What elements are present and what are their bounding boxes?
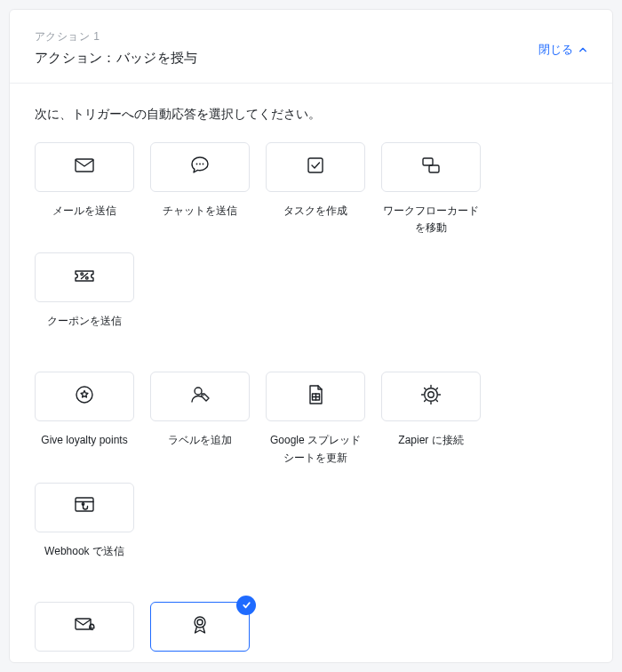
svg-point-10 xyxy=(76,387,92,403)
panel-header-left: アクション 1 アクション：バッジを授与 xyxy=(35,29,198,67)
action-card-box-loyalty-points[interactable] xyxy=(35,372,134,421)
svg-point-12 xyxy=(203,395,204,396)
action-card-label: Webhook で送信 xyxy=(44,543,124,561)
envelope-bell-icon xyxy=(73,613,96,640)
action-card-label: Zapier に接続 xyxy=(398,432,463,450)
action-card-create-task: タスクを作成 xyxy=(266,142,365,236)
svg-point-7 xyxy=(81,273,84,276)
action-card-label: クーポンを送信 xyxy=(47,313,122,331)
action-card-box-send-chat[interactable] xyxy=(150,142,250,192)
svg-point-16 xyxy=(428,392,434,397)
svg-rect-21 xyxy=(76,619,91,629)
star-circle-icon xyxy=(73,383,96,410)
svg-rect-5 xyxy=(423,158,433,165)
action-card-label: チャットを送信 xyxy=(163,203,237,220)
panel-title: アクション：バッジを授与 xyxy=(35,50,198,67)
workflow-cards-icon xyxy=(419,154,443,180)
svg-rect-0 xyxy=(76,159,93,172)
badge-ribbon-icon xyxy=(188,613,211,640)
action-card-box-create-task[interactable] xyxy=(266,142,365,192)
svg-line-9 xyxy=(82,274,88,279)
action-card-give-badge: バッジを授与 xyxy=(150,602,250,663)
action-card-receive-email: メールを受信 xyxy=(35,602,134,663)
close-button[interactable]: 閉じる xyxy=(538,29,587,58)
prompt-text: 次に、トリガーへの自動応答を選択してください。 xyxy=(35,107,587,123)
action-card-update-sheet: Google スプレッドシートを更新 xyxy=(266,372,365,466)
checkbox-icon xyxy=(304,154,327,180)
coupon-icon xyxy=(73,264,96,291)
step-label: アクション 1 xyxy=(35,29,198,44)
action-card-add-label: ラベルを追加 xyxy=(150,372,250,466)
svg-point-24 xyxy=(197,620,203,625)
action-card-label: ワークフローカードを移動 xyxy=(381,203,481,236)
action-card-label: Give loyalty points xyxy=(41,432,127,450)
panel-header: アクション 1 アクション：バッジを授与 閉じる xyxy=(10,10,612,84)
action-card-label: メールを受信 xyxy=(52,662,116,663)
panel-body: 次に、トリガーへの自動応答を選択してください。 メールを送信チャットを送信タスク… xyxy=(10,84,612,663)
action-card-box-connect-zapier[interactable] xyxy=(381,372,481,421)
action-card-box-send-coupon[interactable] xyxy=(35,252,134,302)
envelope-icon xyxy=(73,154,96,180)
action-card-label: ラベルを追加 xyxy=(168,432,232,450)
svg-point-1 xyxy=(196,164,198,165)
svg-point-23 xyxy=(195,617,205,628)
action-card-label: メールを送信 xyxy=(52,203,116,220)
selected-check-icon xyxy=(236,596,256,615)
action-card-label: Google スプレッドシートを更新 xyxy=(266,432,365,466)
action-config-panel: アクション 1 アクション：バッジを授与 閉じる 次に、トリガーへの自動応答を選… xyxy=(9,9,613,663)
action-card-box-receive-email[interactable] xyxy=(35,602,134,652)
action-card-box-update-sheet[interactable] xyxy=(266,372,365,421)
close-button-label: 閉じる xyxy=(538,42,573,58)
action-card-box-give-badge[interactable] xyxy=(150,602,250,652)
action-card-label: バッジを授与 xyxy=(168,662,232,663)
svg-point-8 xyxy=(86,277,89,280)
svg-point-3 xyxy=(203,164,204,165)
action-card-box-add-label[interactable] xyxy=(150,372,250,421)
spreadsheet-icon xyxy=(304,383,327,410)
action-card-send-webhook: Webhook で送信 xyxy=(35,483,134,561)
action-card-move-workflow: ワークフローカードを移動 xyxy=(381,142,481,236)
action-card-connect-zapier: Zapier に接続 xyxy=(381,372,481,466)
chevron-up-icon xyxy=(578,44,587,57)
action-card-send-chat: チャットを送信 xyxy=(150,142,250,236)
svg-rect-4 xyxy=(308,158,323,172)
person-tag-icon xyxy=(188,383,211,410)
svg-point-11 xyxy=(195,388,202,395)
action-card-box-send-webhook[interactable] xyxy=(35,483,134,532)
svg-point-2 xyxy=(199,164,201,165)
action-card-box-move-workflow[interactable] xyxy=(381,142,481,192)
webhook-icon xyxy=(73,494,96,521)
svg-rect-6 xyxy=(429,165,439,172)
svg-point-17 xyxy=(425,388,438,402)
action-card-send-coupon: クーポンを送信 xyxy=(35,252,134,331)
gear-icon xyxy=(419,383,443,410)
action-card-label: タスクを作成 xyxy=(283,203,347,220)
action-card-loyalty-points: Give loyalty points xyxy=(35,372,134,466)
chat-bubble-icon xyxy=(188,154,211,180)
action-card-grid: メールを送信チャットを送信タスクを作成ワークフローカードを移動クーポンを送信Gi… xyxy=(35,142,587,663)
action-card-send-email: メールを送信 xyxy=(35,142,134,236)
action-card-box-send-email[interactable] xyxy=(35,142,134,192)
